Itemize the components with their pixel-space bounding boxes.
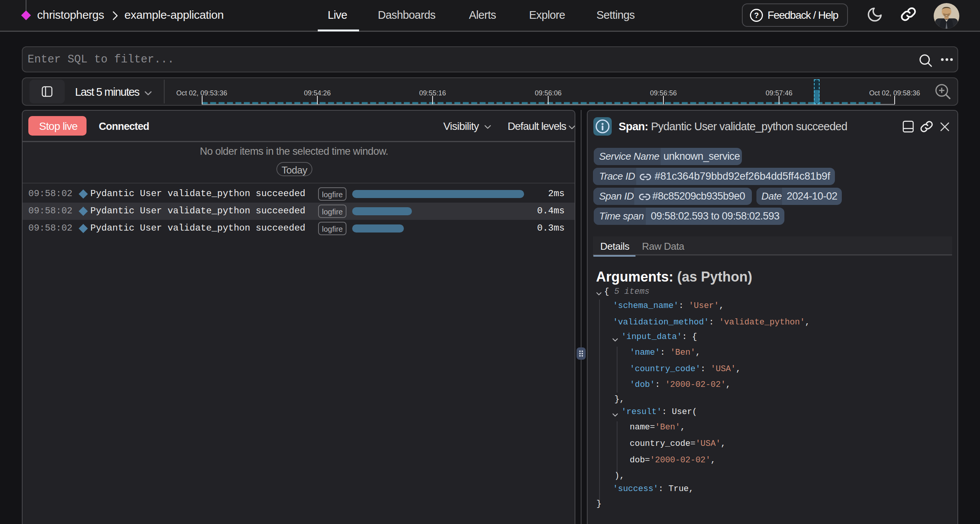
svg-text:?: ?: [754, 11, 759, 20]
